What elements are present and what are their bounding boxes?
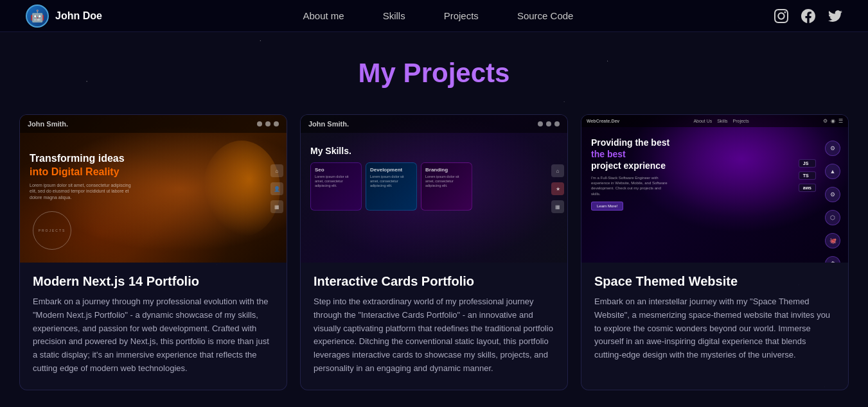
- nav-item-source[interactable]: Source Code: [517, 10, 574, 22]
- project-info-3: Space Themed Website Embark on an inters…: [581, 263, 848, 376]
- project-card-2[interactable]: John Smith. My Skills. Seo Lorem ipsum d…: [300, 114, 568, 390]
- thumb-tech-ts: TS: [799, 171, 816, 180]
- thumb-3-tech-badges: JS TS aws: [799, 159, 816, 192]
- thumb-dot-b: [546, 121, 551, 126]
- thumb-3-hero-heading: Providing the best the best project expr…: [591, 137, 681, 172]
- thumb-user-icon-2: ★: [551, 182, 564, 195]
- thumb-tech-js: JS: [799, 159, 816, 168]
- thumb-sidebar-2: ⌂ ★ ▦: [551, 164, 564, 213]
- thumb-projects-circle: PROJECTS: [33, 211, 71, 250]
- thumb-grid-icon-2: ▦: [551, 200, 564, 213]
- thumb-skill-label-seo: Seo: [315, 167, 357, 173]
- thumb-hero-desc-1: Lorem ipsum dolor sit amet, consectetur …: [30, 182, 132, 201]
- navbar: 🤖 John Doe About me Skills Projects Sour…: [0, 0, 868, 32]
- thumb-skill-card-brand: Branding Lorem ipsum dolor sit amet, con…: [421, 162, 472, 211]
- page-title: My Projects: [19, 58, 849, 89]
- thumb-nav-dots-2: [538, 121, 560, 126]
- project-title-1: Modern Next.js 14 Portfolio: [33, 274, 274, 289]
- thumb-skill-label-dev: Development: [370, 167, 412, 173]
- project-desc-3: Embark on an interstellar journey with m…: [594, 295, 835, 362]
- thumb-3-nav-links: About Us Skills Projects: [693, 119, 748, 123]
- nav-link-projects[interactable]: Projects: [444, 10, 479, 21]
- nav-brand: 🤖 John Doe: [26, 4, 102, 28]
- nav-social: [774, 9, 842, 23]
- thumb-dot-a: [538, 121, 543, 126]
- thumb-dot-c: [554, 121, 560, 126]
- thumb-3-right-icon-3: ⚙: [825, 187, 840, 202]
- thumb-nav-name-2: John Smith.: [308, 120, 349, 128]
- project-card-1[interactable]: John Smith. Transforming ideas into Digi…: [19, 114, 287, 390]
- nav-link-about[interactable]: About me: [303, 10, 344, 21]
- thumb-navbar-1: John Smith.: [20, 115, 287, 133]
- thumb-skill-label-brand: Branding: [425, 167, 468, 173]
- project-thumbnail-3: WebCreate.Dev About Us Skills Projects ⚙…: [581, 115, 848, 263]
- thumb-skill-cards: Seo Lorem ipsum dolor sit amet, consecte…: [301, 162, 567, 211]
- thumb-highlight: into Digital Reality: [30, 166, 120, 177]
- thumb-3-icon-1: ⚙: [823, 118, 828, 124]
- thumb-3-right-icon-6: 🗑: [825, 256, 840, 263]
- nav-link-source[interactable]: Source Code: [517, 10, 574, 21]
- thumb-home-icon: ⌂: [270, 164, 283, 177]
- projects-grid: John Smith. Transforming ideas into Digi…: [19, 114, 849, 390]
- thumb-user-icon: 👤: [270, 182, 283, 195]
- project-thumbnail-1: John Smith. Transforming ideas into Digi…: [20, 115, 287, 263]
- thumb-3-highlight: the best: [591, 149, 626, 159]
- project-thumbnail-2: John Smith. My Skills. Seo Lorem ipsum d…: [301, 115, 567, 263]
- nav-links: About me Skills Projects Source Code: [303, 10, 573, 22]
- project-card-3[interactable]: WebCreate.Dev About Us Skills Projects ⚙…: [581, 114, 849, 390]
- thumb-3-nav-icons: ⚙ ◉ ☰: [823, 118, 843, 124]
- project-title-2: Interactive Cards Portfolio: [314, 274, 554, 289]
- thumb-dot-3: [274, 121, 279, 126]
- thumb-tech-aws: aws: [799, 184, 816, 192]
- thumb-skill-text-brand: Lorem ipsum dolor sit amet, consectetur …: [425, 175, 468, 188]
- nav-link-skills[interactable]: Skills: [383, 10, 405, 21]
- project-desc-2: Step into the extraordinary world of my …: [314, 295, 554, 376]
- thumb-sidebar-1: ⌂ 👤 ▦: [270, 164, 283, 213]
- main-content: My Projects John Smith.: [0, 32, 868, 407]
- thumb-3-right-icon-4: ⬡: [825, 210, 840, 225]
- nav-item-about[interactable]: About me: [303, 10, 344, 22]
- thumb-3-nav-projects: Projects: [733, 119, 749, 123]
- thumb-3-icon-2: ◉: [831, 118, 835, 124]
- thumb-3-icon-3: ☰: [838, 118, 843, 124]
- nav-logo-icon: 🤖: [26, 4, 49, 28]
- thumb-3-cta-button[interactable]: Learn More!: [591, 202, 623, 211]
- thumb-navbar-3: WebCreate.Dev About Us Skills Projects ⚙…: [581, 115, 848, 127]
- project-info-2: Interactive Cards Portfolio Step into th…: [301, 263, 567, 390]
- nav-item-skills[interactable]: Skills: [383, 10, 405, 22]
- nav-brand-name: John Doe: [55, 10, 102, 22]
- thumb-3-hero-desc: I'm a Full-Stack Software Engineer with …: [591, 175, 668, 197]
- thumb-dot-2: [265, 121, 270, 126]
- thumb-nav-dots-1: [257, 121, 279, 126]
- nav-item-projects[interactable]: Projects: [444, 10, 479, 22]
- project-title-3: Space Themed Website: [594, 274, 835, 289]
- project-info-1: Modern Next.js 14 Portfolio Embark on a …: [20, 263, 287, 390]
- twitter-icon[interactable]: [828, 9, 842, 23]
- thumb-2-content: John Smith. My Skills. Seo Lorem ipsum d…: [301, 115, 567, 263]
- thumb-3-content: WebCreate.Dev About Us Skills Projects ⚙…: [581, 115, 848, 263]
- instagram-icon[interactable]: [774, 9, 788, 23]
- thumb-skill-text-seo: Lorem ipsum dolor sit amet, consectetur …: [315, 175, 357, 188]
- thumb-3-right-icon-5: 🐙: [825, 233, 840, 248]
- thumb-dot-1: [257, 121, 262, 126]
- thumb-skills-title: My Skills.: [301, 133, 567, 162]
- thumb-skill-card-seo: Seo Lorem ipsum dolor sit amet, consecte…: [310, 162, 362, 211]
- thumb-3-nav-skills: Skills: [717, 119, 727, 123]
- thumb-3-right-icon-2: ▲: [825, 164, 840, 179]
- thumb-nav-name-3: WebCreate.Dev: [587, 119, 619, 123]
- thumb-skill-card-dev: Development Lorem ipsum dolor sit amet, …: [366, 162, 417, 211]
- thumb-grid-icon: ▦: [270, 200, 283, 213]
- thumb-home-icon-2: ⌂: [551, 164, 564, 177]
- thumb-skill-text-dev: Lorem ipsum dolor sit amet, consectetur …: [370, 175, 412, 188]
- thumb-3-right-icon-1: ⚙: [825, 141, 840, 156]
- project-desc-1: Embark on a journey through my professio…: [33, 295, 274, 376]
- thumb-3-nav-about: About Us: [693, 119, 712, 123]
- thumb-nav-name-1: John Smith.: [28, 120, 68, 128]
- thumb-3-right-icons: ⚙ ▲ ⚙ ⬡ 🐙 🗑: [825, 141, 840, 263]
- facebook-icon[interactable]: [801, 9, 815, 23]
- thumb-hero-heading-1: Transforming ideas into Digital Reality: [30, 152, 277, 179]
- thumb-navbar-2: John Smith.: [301, 115, 567, 133]
